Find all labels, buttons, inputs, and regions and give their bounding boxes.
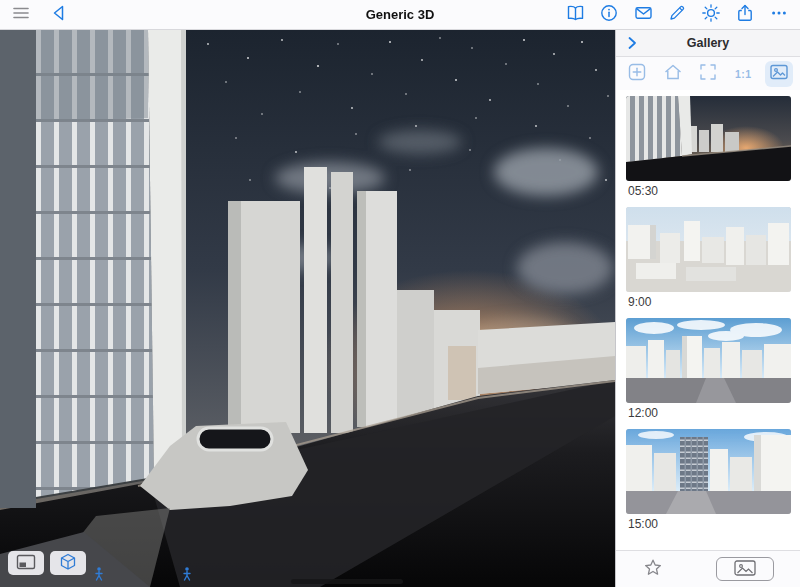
- gallery-thumbnail-1500[interactable]: [626, 429, 791, 514]
- share-button[interactable]: [734, 4, 756, 26]
- walk-person-icon: [92, 570, 106, 585]
- walk-marker-button[interactable]: [92, 566, 106, 585]
- gallery-toolbar: 1:1: [616, 57, 800, 90]
- info-button[interactable]: [598, 4, 620, 26]
- gallery-item: 15:00: [626, 429, 790, 531]
- one-to-one-icon: 1:1: [735, 68, 752, 80]
- gallery-item-time: 12:00: [626, 403, 790, 420]
- gallery-item: 12:00: [626, 318, 790, 420]
- panel-collapse-button[interactable]: [622, 34, 642, 54]
- cube-3d-icon: [58, 552, 78, 575]
- gallery-item: 9:00: [626, 207, 790, 309]
- gallery-thumbnail-1200[interactable]: [626, 318, 791, 403]
- chevron-right-icon: [623, 40, 641, 55]
- top-toolbar: Generic 3D: [0, 0, 800, 30]
- home-indicator[interactable]: [291, 579, 403, 584]
- walk-person-icon: [180, 570, 194, 585]
- orientation-cube-button[interactable]: [50, 551, 86, 575]
- plus-box-icon: [626, 61, 648, 86]
- expand-corners-icon: [697, 61, 719, 86]
- viewport-3d[interactable]: [0, 30, 615, 587]
- photos-tab-button[interactable]: [716, 557, 774, 581]
- main-content: Gallery: [0, 30, 800, 587]
- walk-marker-button[interactable]: [180, 566, 194, 585]
- favorites-tab-button[interactable]: [642, 557, 664, 582]
- gallery-item-time: 9:00: [626, 292, 790, 309]
- zoom-fit-button[interactable]: [694, 61, 722, 87]
- gallery-item-time: 05:30: [626, 181, 790, 198]
- gallery-item: 05:30: [626, 96, 790, 198]
- bookmarks-button[interactable]: [564, 4, 586, 26]
- preview-window-button[interactable]: [8, 551, 44, 575]
- sun-settings-button[interactable]: [700, 4, 722, 26]
- star-icon: [642, 557, 664, 582]
- markup-button[interactable]: [666, 4, 688, 26]
- home-icon: [662, 61, 684, 86]
- sun-icon: [701, 3, 721, 26]
- share-icon: [735, 3, 755, 26]
- gallery-list: 05:30: [616, 90, 800, 550]
- gallery-footer: [616, 550, 800, 587]
- hamburger-menu-icon: [11, 3, 31, 26]
- photos-mode-button[interactable]: [765, 61, 793, 87]
- envelope-icon: [633, 3, 654, 26]
- topbar-left-group: [10, 4, 70, 26]
- topbar-right-group: [564, 4, 790, 26]
- city-dusk-render: [0, 30, 615, 587]
- back-triangle-icon: [49, 3, 69, 26]
- back-button[interactable]: [48, 4, 70, 26]
- gallery-title: Gallery: [687, 36, 729, 50]
- gallery-header: Gallery: [616, 30, 800, 57]
- info-icon: [599, 3, 619, 26]
- one-to-one-button[interactable]: 1:1: [729, 61, 757, 87]
- gallery-item-time: 15:00: [626, 514, 790, 531]
- ellipsis-icon: [769, 3, 789, 26]
- gallery-panel: Gallery: [615, 30, 800, 587]
- preview-window-icon: [16, 554, 36, 573]
- pencil-icon: [667, 3, 687, 26]
- mail-button[interactable]: [632, 4, 654, 26]
- home-view-button[interactable]: [659, 61, 687, 87]
- app-screen: Generic 3D: [0, 0, 800, 587]
- add-item-button[interactable]: [623, 61, 651, 87]
- more-button[interactable]: [768, 4, 790, 26]
- menu-button[interactable]: [10, 4, 32, 26]
- gallery-thumbnail-0530[interactable]: [626, 96, 791, 181]
- photos-tab-icon: [734, 560, 756, 579]
- photo-image-icon: [768, 61, 790, 86]
- book-icon: [565, 3, 586, 26]
- gallery-thumbnail-0900[interactable]: [626, 207, 791, 292]
